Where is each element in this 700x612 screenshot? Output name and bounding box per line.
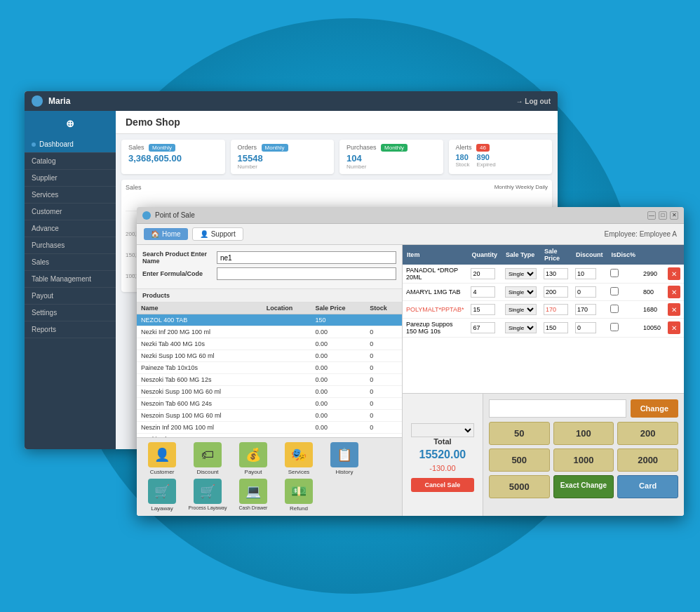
num-btn-200[interactable]: 200	[617, 422, 678, 445]
product-name: Neszoki Tab 600 MG 12s	[137, 374, 262, 386]
product-row[interactable]: Nezki Susp 100 MG 60 ml 0.00 0	[137, 350, 402, 362]
product-row[interactable]: Nezki Tab 400 MG 10s 0.00 0	[137, 338, 402, 350]
minimize-button[interactable]: —	[647, 211, 656, 220]
item-saletype[interactable]: Single	[502, 319, 540, 338]
payout-icon: 💰	[239, 442, 267, 467]
action-services[interactable]: 🎭 Services	[278, 442, 320, 475]
action-cash-drawer[interactable]: 💻 Cash Drawer	[232, 479, 274, 512]
search-product-input[interactable]	[217, 251, 396, 264]
item-saleprice[interactable]	[540, 284, 572, 301]
product-row[interactable]: Neszoki Tab 600 MG 12s 0.00 0	[137, 374, 402, 386]
sidebar-item-reports[interactable]: Reports	[25, 321, 116, 338]
change-input[interactable]	[489, 399, 626, 418]
product-row[interactable]: Neszoki Susp 100 MG 60 ml 0.00 0	[137, 386, 402, 398]
action-refund[interactable]: 💵 Refund	[278, 479, 320, 512]
item-saletype[interactable]: Single	[502, 284, 540, 301]
num-btn-50[interactable]: 50	[489, 422, 550, 445]
item-delete[interactable]: ✕	[664, 284, 684, 301]
stat-purchases: Purchases Monthly 104 Number	[339, 140, 443, 174]
action-process-layaway[interactable]: 🛒 Process Layaway	[187, 479, 229, 512]
item-quantity[interactable]	[467, 319, 502, 338]
product-row[interactable]: Neszin Inf 200 MG 100 ml 0.00 0	[137, 422, 402, 434]
close-button[interactable]: ✕	[670, 211, 678, 220]
num-btn-card[interactable]: Card	[617, 475, 678, 498]
badge-alerts: 46	[476, 144, 490, 152]
item-saletype[interactable]: Single	[502, 265, 540, 284]
item-isdisc[interactable]	[607, 319, 640, 338]
delete-item-button[interactable]: ✕	[668, 267, 680, 280]
action-payout[interactable]: 💰 Payout	[232, 442, 274, 475]
product-row[interactable]: NEZOL 400 TAB 150	[137, 314, 402, 326]
sidebar-item-catalog[interactable]: Catalog	[25, 153, 116, 170]
tab-home[interactable]: 🏠 Home	[144, 228, 188, 240]
num-btn-exact-change[interactable]: Exact Change	[553, 475, 614, 498]
delete-item-button[interactable]: ✕	[668, 321, 680, 334]
action-discount[interactable]: 🏷 Discount	[187, 442, 229, 475]
delete-item-button[interactable]: ✕	[668, 286, 680, 298]
product-row[interactable]: Paineze Tab 10x10s 0.00 0	[137, 362, 402, 374]
cancel-sale-button[interactable]: Cancel Sale	[411, 478, 474, 492]
product-row[interactable]: Neszoin Tab 600 MG 24s 0.00 0	[137, 398, 402, 410]
maximize-button[interactable]: □	[659, 211, 667, 220]
sidebar-item-dashboard[interactable]: Dashboard	[25, 136, 116, 153]
tab-support[interactable]: 👤 Support	[192, 227, 243, 241]
item-saleprice[interactable]	[540, 265, 572, 284]
item-quantity[interactable]	[467, 284, 502, 301]
sidebar-item-supplier[interactable]: Supplier	[25, 170, 116, 187]
stat-purchases-value: 104	[346, 153, 436, 164]
delete-item-button[interactable]: ✕	[668, 303, 680, 316]
action-history[interactable]: 📋 History	[323, 442, 365, 475]
change-button[interactable]: Change	[631, 399, 678, 418]
sidebar-item-table-management[interactable]: Table Management	[25, 271, 116, 288]
sidebar-item-payout[interactable]: Payout	[25, 288, 116, 305]
item-saletype[interactable]: Single	[502, 301, 540, 319]
sidebar-item-settings[interactable]: Settings	[25, 305, 116, 321]
num-btn-100[interactable]: 100	[553, 422, 614, 445]
action-layaway[interactable]: 🛒 Layaway	[141, 479, 183, 512]
num-btn-2000[interactable]: 2000	[617, 448, 678, 472]
item-total: 10050	[640, 319, 664, 338]
payment-dropdown[interactable]	[411, 423, 474, 437]
item-saleprice[interactable]	[540, 319, 572, 338]
product-stock: 0	[365, 410, 402, 422]
badge-orders: Monthly	[262, 144, 288, 152]
item-quantity[interactable]	[467, 301, 502, 319]
item-delete[interactable]: ✕	[664, 319, 684, 338]
product-row[interactable]: Neszoin Susp 100 MG 60 ml 0.00 0	[137, 410, 402, 422]
sidebar-item-purchases[interactable]: Purchases	[25, 237, 116, 254]
cash-drawer-icon: 💻	[239, 479, 267, 504]
item-quantity[interactable]	[467, 265, 502, 284]
sidebar-item-customer[interactable]: Customer	[25, 204, 116, 220]
action-customer[interactable]: 👤 Customer	[141, 442, 183, 475]
sidebar-item-sales[interactable]: Sales	[25, 254, 116, 271]
product-stock: 0	[365, 350, 402, 362]
num-btn-5000[interactable]: 5000	[489, 475, 550, 498]
item-isdisc[interactable]	[607, 284, 640, 301]
chart-controls[interactable]: Monthly Weekly Daily	[494, 184, 548, 190]
item-isdisc[interactable]	[607, 265, 640, 284]
num-btn-1000[interactable]: 1000	[553, 448, 614, 472]
layaway-label: Layaway	[151, 505, 173, 512]
item-discount[interactable]	[572, 301, 607, 319]
logout-button[interactable]: → Log out	[516, 98, 551, 105]
item-discount[interactable]	[572, 265, 607, 284]
product-row[interactable]: Nezki Inf 200 MG 100 ml 0.00 0	[137, 326, 402, 338]
sidebar-item-advance[interactable]: Advance	[25, 220, 116, 237]
item-discount[interactable]	[572, 284, 607, 301]
items-col-saleprice: Sale Price	[540, 245, 572, 265]
product-name: Nezki Inf 200 MG 100 ml	[137, 326, 262, 338]
sidebar-item-services[interactable]: Services	[25, 187, 116, 204]
products-label: Products	[137, 289, 402, 302]
item-delete[interactable]: ✕	[664, 265, 684, 284]
items-col-isdisc: IsDisc%	[607, 245, 640, 265]
item-delete[interactable]: ✕	[664, 301, 684, 319]
item-discount[interactable]	[572, 319, 607, 338]
home-icon: 🏠	[151, 230, 159, 238]
items-col-item: Item	[403, 245, 468, 265]
product-stock: 0	[365, 422, 402, 434]
num-btn-500[interactable]: 500	[489, 448, 550, 472]
search-formula-input[interactable]	[217, 267, 396, 280]
item-saleprice[interactable]	[540, 301, 572, 319]
product-stock: 0	[365, 386, 402, 398]
item-isdisc[interactable]	[607, 301, 640, 319]
